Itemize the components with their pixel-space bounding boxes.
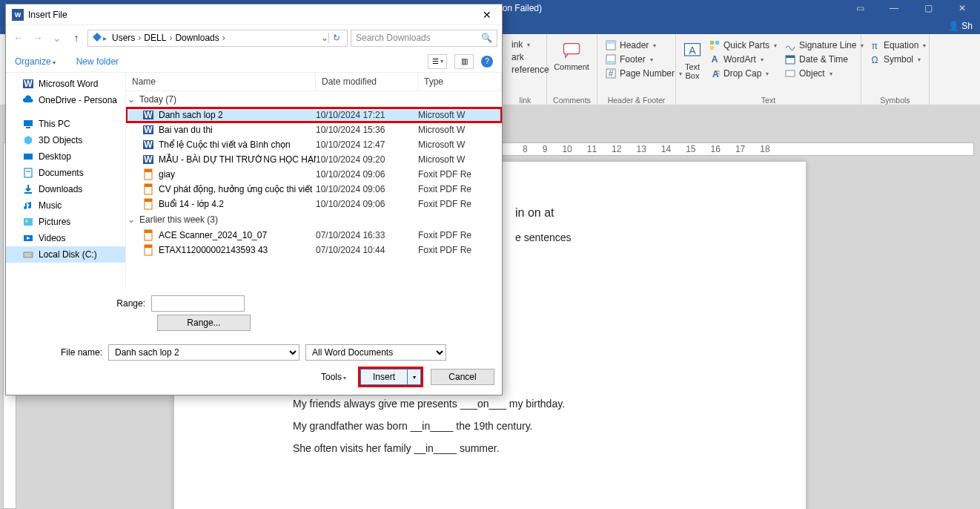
- symbol-button[interactable]: ΩSymbol: [867, 53, 927, 66]
- file-row[interactable]: Buổi 14 - lớp 4.210/10/2024 09:06Foxit P…: [126, 197, 502, 211]
- filename-input[interactable]: Danh sach lop 2: [108, 344, 299, 361]
- tree-item[interactable]: Music: [6, 197, 125, 214]
- tree-item[interactable]: Local Disk (C:): [6, 246, 125, 263]
- insert-file-dialog: W Insert File ✕ ← → ⌄ ↑ ▸ Users DELL Dow…: [5, 4, 503, 395]
- file-row[interactable]: ETAX112000002143593 4307/10/2024 10:44Fo…: [126, 243, 502, 257]
- svg-point-32: [26, 220, 28, 223]
- forward-icon[interactable]: →: [30, 32, 46, 44]
- minimize-icon[interactable]: —: [879, 3, 909, 13]
- reference-button[interactable]: reference: [510, 64, 551, 76]
- search-input[interactable]: Search Downloads 🔍: [351, 30, 497, 47]
- cancel-button[interactable]: Cancel: [431, 369, 494, 385]
- file-row[interactable]: WThể lệ Cuộc thi viết và Bình chọn10/10/…: [126, 137, 502, 152]
- svg-rect-4: [606, 61, 615, 64]
- tree-item[interactable]: Documents: [6, 165, 125, 181]
- file-row[interactable]: WDanh sach lop 210/10/2024 17:21Microsof…: [126, 108, 502, 122]
- footer-button[interactable]: Footer: [603, 53, 683, 66]
- breadcrumb[interactable]: ▸ Users DELL Downloads ⌄ ↻: [87, 30, 348, 47]
- svg-rect-47: [145, 184, 152, 187]
- comment-button[interactable]: Comment: [553, 39, 590, 71]
- col-type: Type: [418, 73, 502, 91]
- dialog-titlebar: W Insert File ✕: [6, 4, 502, 25]
- preview-button[interactable]: ▥: [454, 54, 474, 69]
- svg-rect-9: [710, 41, 714, 45]
- range-input[interactable]: [151, 295, 245, 312]
- tree-item[interactable]: 3D Objects: [6, 132, 125, 148]
- share-button[interactable]: 👤 Sh: [944, 19, 977, 33]
- page-number-button[interactable]: #Page Number: [603, 67, 683, 80]
- link-button[interactable]: ink: [510, 39, 551, 50]
- doc-line: She often visits her family __in____ sum…: [293, 442, 746, 454]
- help-icon[interactable]: ?: [481, 56, 493, 68]
- close-icon[interactable]: ✕: [478, 9, 496, 21]
- tree-item[interactable]: WMicrosoft Word: [6, 76, 125, 92]
- object-button[interactable]: Object: [783, 67, 865, 80]
- doc-line: My grandfather was born __in____ the 19t…: [293, 420, 746, 432]
- view-button[interactable]: ☰: [428, 54, 447, 69]
- close-icon[interactable]: ✕: [947, 3, 977, 13]
- svg-rect-11: [710, 46, 714, 50]
- ribbon-options-icon[interactable]: ▭: [845, 3, 875, 13]
- signature-button[interactable]: Signature Line: [783, 39, 865, 52]
- file-row[interactable]: CV phát động, hưởng ứng cuộc thi viết ..…: [126, 182, 502, 197]
- svg-rect-10: [715, 41, 719, 45]
- tree-item[interactable]: Downloads: [6, 181, 125, 197]
- file-list[interactable]: Name Date modified Type Today (7)WDanh s…: [126, 73, 502, 289]
- file-group[interactable]: Today (7): [126, 91, 502, 108]
- tree-item[interactable]: OneDrive - Persona: [6, 92, 125, 108]
- quick-parts-button[interactable]: Quick Parts: [707, 39, 778, 52]
- doc-sub: e sentences: [515, 231, 746, 243]
- file-row[interactable]: giay10/10/2024 09:06Foxit PDF Re: [126, 167, 502, 182]
- svg-rect-2: [606, 41, 615, 44]
- svg-text:A: A: [689, 45, 696, 56]
- dialog-footer: Range: Range... File name: Danh sach lop…: [6, 289, 502, 395]
- file-group[interactable]: Earlier this week (3): [126, 211, 502, 228]
- filename-label: File name:: [13, 347, 102, 358]
- dialog-nav: ← → ⌄ ↑ ▸ Users DELL Downloads ⌄ ↻ Searc…: [6, 25, 502, 50]
- insert-button[interactable]: Insert: [360, 369, 408, 385]
- svg-text:W: W: [144, 139, 153, 150]
- svg-text:A: A: [712, 54, 718, 65]
- organize-button[interactable]: Organize: [15, 56, 56, 67]
- svg-text:A: A: [712, 69, 719, 79]
- insert-dropdown[interactable]: ▾: [408, 369, 421, 385]
- col-name: Name: [126, 73, 316, 91]
- svg-rect-18: [786, 70, 795, 76]
- equation-button[interactable]: πEquation: [867, 39, 927, 52]
- dialog-toolbar: Organize New folder ☰ ▥ ?: [6, 50, 502, 73]
- svg-text:W: W: [144, 154, 153, 165]
- file-row[interactable]: WMẪU - BÀI DỰ THI TRƯỜNG HỌC HẠNH ...10/…: [126, 152, 502, 167]
- file-row[interactable]: ACE Scanner_2024_10_0707/10/2024 16:33Fo…: [126, 228, 502, 243]
- svg-text:W: W: [144, 110, 153, 120]
- maximize-icon[interactable]: ▢: [913, 3, 943, 13]
- dropcap-button[interactable]: ADrop Cap: [707, 67, 778, 80]
- textbox-button[interactable]: A Text Box: [682, 39, 703, 80]
- header-button[interactable]: Header: [603, 39, 683, 52]
- wordart-button[interactable]: AWordArt: [707, 53, 778, 66]
- tree-item[interactable]: Pictures: [6, 214, 125, 230]
- doc-line: My friends always give me presents ___on…: [293, 398, 746, 410]
- bookmark-button[interactable]: ark: [510, 51, 551, 63]
- up-icon[interactable]: ↑: [68, 32, 85, 44]
- file-row[interactable]: WBai van du thi10/10/2024 15:36Microsoft…: [126, 122, 502, 137]
- tools-button[interactable]: Tools: [321, 372, 346, 382]
- svg-text:#: #: [609, 68, 614, 79]
- window-controls: ▭ — ▢ ✕: [845, 3, 977, 13]
- new-folder-button[interactable]: New folder: [76, 56, 119, 67]
- svg-point-35: [30, 254, 32, 255]
- links-group-label: link: [504, 96, 546, 105]
- filetype-select[interactable]: All Word Documents: [305, 344, 446, 361]
- recent-dropdown[interactable]: ⌄: [49, 32, 65, 44]
- range-label: Range:: [13, 298, 151, 309]
- svg-rect-27: [26, 127, 30, 128]
- back-icon[interactable]: ←: [10, 32, 27, 44]
- svg-text:W: W: [144, 125, 153, 135]
- tree-item[interactable]: Videos: [6, 230, 125, 246]
- datetime-button[interactable]: Date & Time: [783, 53, 865, 66]
- file-list-header[interactable]: Name Date modified Type: [126, 73, 502, 91]
- range-button[interactable]: Range...: [157, 315, 251, 331]
- tree-item[interactable]: This PC: [6, 116, 125, 132]
- dialog-title: Insert File: [28, 10, 478, 20]
- tree-item[interactable]: Desktop: [6, 148, 125, 165]
- folder-tree[interactable]: WMicrosoft WordOneDrive - PersonaThis PC…: [6, 73, 126, 289]
